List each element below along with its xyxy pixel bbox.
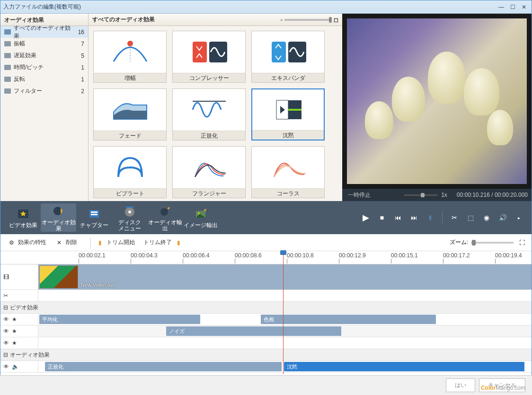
category-item[interactable]: フィルター2 — [0, 85, 88, 97]
clip-normalize[interactable]: 正規化 — [45, 362, 282, 371]
maximize-button[interactable]: ☐ — [508, 3, 517, 11]
preview-controls: 一時停止 1x 00:00:10.216 / 00:00:20.000 — [342, 189, 532, 201]
snapshot-button[interactable]: ◉ — [480, 211, 493, 224]
fit-icon[interactable]: ⛶ — [519, 239, 525, 246]
ruler-tick: 00:00:12.9 — [339, 252, 366, 259]
cut-button[interactable]: ✂ — [448, 211, 461, 224]
video-effects-group: ⊟ ビデオ効果 — [0, 302, 532, 314]
folder-icon — [4, 41, 11, 46]
effect-item[interactable]: 正規化 — [172, 88, 246, 140]
close-button[interactable]: ✕ — [519, 3, 529, 11]
effect-item[interactable]: 増幅 — [93, 31, 167, 83]
visibility-icon[interactable]: 👁 — [3, 316, 10, 323]
fx-icon: ★ — [12, 316, 17, 323]
collapse-icon[interactable]: ⊟ — [3, 351, 8, 358]
effect-item[interactable]: フェード — [93, 88, 167, 140]
expand-button[interactable]: ▸ — [513, 211, 525, 224]
effects-header: すべてのオーディオ効果 ▫ ◻ — [89, 14, 342, 26]
audio-fx-icon: 🔈 — [12, 363, 19, 370]
zoom-slider[interactable] — [471, 242, 514, 244]
preview-seekbar[interactable] — [404, 194, 437, 196]
audio-effect-track-1: 👁🔈 正規化 沈黙 — [0, 361, 532, 373]
volume-button[interactable]: 🔊 — [497, 211, 509, 224]
visibility-icon[interactable]: 👁 — [3, 328, 10, 334]
toolbar-button[interactable]: ビデオ効果 — [5, 203, 41, 232]
timeline-ruler[interactable]: 00:00:02.100:00:04.300:00:06.400:00:08.6… — [0, 251, 532, 264]
effect-label: ビブラート — [94, 188, 166, 198]
category-item[interactable]: 遅延効果5 — [0, 50, 88, 61]
preview-status: 一時停止 — [348, 191, 371, 199]
toolbar-icon — [87, 206, 102, 221]
delete-button[interactable]: ✕ 削除 — [55, 238, 77, 247]
svg-point-16 — [128, 211, 131, 213]
effect-item[interactable]: コンプレッサー — [172, 31, 246, 83]
video-track-body[interactable]: New Video.avi — [38, 264, 532, 290]
effect-icon — [252, 89, 324, 130]
effect-item[interactable]: 沈黙 — [251, 88, 325, 140]
minimize-button[interactable]: — — [497, 3, 506, 11]
trim-end-icon: ▮ — [174, 238, 183, 247]
folder-icon — [4, 65, 11, 70]
cancel-button[interactable]: キャンセル — [479, 378, 525, 392]
folder-icon — [4, 53, 11, 58]
effect-item[interactable]: フランジャー — [172, 146, 246, 198]
window-title: 入力ファイルの編集(複数可能) — [3, 3, 81, 11]
svg-rect-2 — [193, 42, 207, 62]
play-button[interactable]: ▶ — [360, 211, 372, 224]
clip-hue[interactable]: 色相 — [261, 315, 436, 324]
fx-icon: ★ — [12, 328, 17, 334]
toolbar-icon — [16, 206, 31, 221]
cut-track: ✂ — [0, 290, 532, 302]
category-item[interactable]: 時間/ピッチ1 — [0, 61, 88, 73]
toolbar-button[interactable]: ディスク メニュー — [112, 203, 147, 232]
category-item[interactable]: 振幅7 — [0, 38, 88, 50]
crop-button[interactable]: ⬚ — [464, 211, 477, 224]
thumbnail-size-slider[interactable] — [284, 19, 332, 21]
playhead[interactable] — [283, 251, 284, 374]
effect-label: フランジャー — [173, 188, 245, 198]
thumb-size-small-icon: ▫ — [281, 17, 283, 23]
trim-end-button[interactable]: トリム終了 ▮ — [143, 238, 185, 247]
effect-icon — [252, 31, 324, 73]
visibility-icon[interactable]: 👁 — [3, 340, 10, 346]
thumb-size-large-icon: ◻ — [334, 17, 338, 23]
ruler-tick: 00:00:04.3 — [131, 252, 158, 259]
effect-item[interactable]: コーラス — [251, 146, 325, 198]
ruler-tick: 00:00:06.4 — [183, 252, 210, 259]
toolbar-button[interactable]: オーディオ輸出 — [147, 203, 183, 232]
gear-icon: ⚙ — [7, 238, 16, 247]
prev-frame-button[interactable]: ⏮ — [392, 211, 404, 224]
video-track: 🎞 New Video.avi — [0, 264, 532, 290]
effect-label: エキスパンダ — [252, 73, 324, 82]
toolbar-icon — [51, 203, 66, 219]
svg-point-17 — [160, 208, 168, 216]
effect-label: 増幅 — [94, 73, 166, 82]
clip-noise[interactable]: ノイズ — [166, 326, 341, 336]
effect-item[interactable]: エキスパンダ — [251, 31, 325, 83]
ok-button[interactable]: はい — [446, 378, 475, 392]
ruler-tick: 00:00:15.1 — [391, 252, 418, 259]
preview-image — [347, 18, 527, 184]
clip-equalization[interactable]: 平均化 — [39, 315, 200, 324]
category-item[interactable]: 反転1 — [0, 73, 88, 85]
toolbar-button[interactable]: イメージ輸出 — [183, 203, 218, 232]
effect-label: コンプレッサー — [173, 73, 245, 82]
clip-silence[interactable]: 沈黙 — [284, 362, 524, 371]
collapse-icon[interactable]: ⊟ — [3, 304, 8, 311]
next-frame-button[interactable]: ⏭ — [408, 211, 420, 224]
trim-start-button[interactable]: ▮ トリム開始 — [96, 238, 135, 247]
step-button[interactable]: ⦀ — [424, 211, 436, 224]
effect-item[interactable]: ビブラート — [93, 146, 167, 198]
fx-icon: ★ — [12, 340, 17, 346]
svg-point-19 — [198, 212, 200, 214]
category-item[interactable]: すべてのオーディオ効果16 — [0, 26, 88, 38]
effects-sidebar: オーディオ効果 すべてのオーディオ効果16振幅7遅延効果5時間/ピッチ1反転1フ… — [0, 14, 89, 201]
visibility-icon[interactable]: 👁 — [3, 363, 10, 370]
toolbar-button[interactable]: チャプター — [76, 203, 112, 232]
video-thumbnail — [39, 265, 78, 289]
stop-button[interactable]: ■ — [376, 211, 388, 224]
toolbar-button[interactable]: オーディオ効果 — [41, 203, 76, 232]
video-track-header: 🎞 — [0, 264, 38, 290]
effect-properties-button[interactable]: ⚙ 効果の特性 — [7, 238, 46, 247]
zoom-label: ズーム: — [450, 238, 468, 246]
